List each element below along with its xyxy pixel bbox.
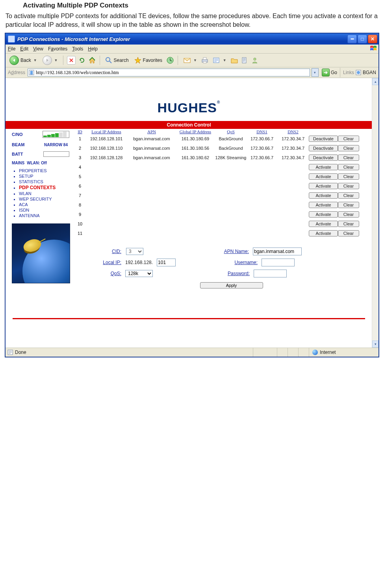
- bgan-link[interactable]: BGAN: [363, 70, 376, 75]
- deactivate-button[interactable]: Deactivate: [309, 145, 338, 151]
- stop-button[interactable]: [67, 56, 76, 65]
- url-dropdown-button[interactable]: ▾: [312, 68, 319, 77]
- favorites-button[interactable]: Favorites: [133, 56, 164, 65]
- svg-point-0: [106, 58, 110, 61]
- svg-rect-7: [242, 58, 246, 63]
- clear-button[interactable]: Clear: [338, 173, 359, 180]
- activate-button[interactable]: Activate: [309, 211, 338, 218]
- nav-link-aca[interactable]: ACA: [19, 202, 28, 207]
- menu-favorites[interactable]: Favorites: [48, 46, 67, 52]
- table-header-row: ID Local IP Address APN Global IP Addres…: [75, 129, 363, 134]
- menu-file[interactable]: File: [8, 46, 15, 52]
- vertical-scrollbar[interactable]: ▴ ▾: [372, 78, 378, 348]
- activate-button[interactable]: Activate: [309, 202, 338, 208]
- nav-item[interactable]: ANTENNA: [19, 213, 69, 218]
- minimize-button[interactable]: ━: [347, 35, 357, 43]
- edit-button[interactable]: ▼: [211, 56, 228, 64]
- activate-button[interactable]: Activate: [309, 173, 338, 180]
- activate-button[interactable]: Activate: [309, 192, 338, 199]
- deactivate-button[interactable]: Deactivate: [309, 154, 338, 161]
- print-button[interactable]: [201, 56, 209, 64]
- menu-view[interactable]: View: [33, 46, 43, 52]
- clear-button[interactable]: Clear: [338, 136, 359, 142]
- forward-button[interactable]: ▼: [41, 55, 59, 66]
- nav-link-setup[interactable]: SETUP: [19, 174, 33, 179]
- local-ip-input[interactable]: [157, 259, 176, 266]
- toolbar-separator: [100, 56, 100, 65]
- svg-point-11: [357, 71, 360, 74]
- clear-button[interactable]: Clear: [338, 145, 359, 151]
- nav-item[interactable]: STATISTICS: [19, 179, 69, 184]
- go-button[interactable]: ➔: [322, 69, 330, 76]
- messenger-button[interactable]: [251, 56, 259, 64]
- nav-item[interactable]: WLAN: [19, 191, 69, 196]
- activate-button[interactable]: Activate: [309, 221, 338, 227]
- addr-separator: [340, 68, 340, 77]
- menu-edit[interactable]: Edit: [20, 46, 28, 52]
- clear-button[interactable]: Clear: [338, 202, 359, 208]
- search-button[interactable]: Search: [104, 56, 130, 65]
- activate-button[interactable]: Activate: [309, 183, 338, 189]
- clear-button[interactable]: Clear: [338, 192, 359, 199]
- nav-link-wlan[interactable]: WLAN: [19, 191, 32, 196]
- scroll-up-icon[interactable]: ▴: [372, 78, 378, 85]
- nav-item[interactable]: PROPERTIES: [19, 168, 69, 173]
- qos-select[interactable]: 128k: [125, 270, 153, 277]
- security-zone[interactable]: Internet: [309, 348, 378, 357]
- doc-heading: Activating Multiple PDP Contexts: [23, 2, 384, 9]
- activate-button[interactable]: Activate: [309, 230, 338, 236]
- favorites-label: Favorites: [143, 58, 162, 63]
- clear-button[interactable]: Clear: [338, 183, 359, 189]
- nav-item[interactable]: PDP CONTEXTS: [19, 185, 69, 190]
- status-segment: [298, 348, 309, 357]
- apply-button[interactable]: Apply: [200, 282, 263, 288]
- nav-link-statistics[interactable]: STATISTICS: [19, 179, 43, 184]
- nav-link-wep-security[interactable]: WEP SECURITY: [19, 197, 52, 201]
- nav-item[interactable]: SETUP: [19, 174, 69, 179]
- nav-item[interactable]: ISDN: [19, 208, 69, 212]
- username-input[interactable]: [262, 259, 295, 266]
- table-row: 6ActivateClear: [75, 181, 363, 191]
- research-button[interactable]: [241, 56, 249, 64]
- back-button[interactable]: Back ▼: [8, 55, 39, 66]
- scroll-down-icon[interactable]: ▾: [372, 341, 378, 348]
- back-dropdown-icon[interactable]: ▼: [33, 58, 37, 62]
- forward-dropdown-icon[interactable]: ▼: [54, 58, 58, 62]
- clear-button[interactable]: Clear: [338, 221, 359, 227]
- nav-item[interactable]: WEP SECURITY: [19, 197, 69, 201]
- nav-link-isdn[interactable]: ISDN: [19, 208, 29, 212]
- mail-button[interactable]: ▼: [182, 56, 198, 65]
- col-dns1: DNS1: [247, 129, 277, 134]
- batt-label: BATT: [12, 152, 23, 156]
- nav-item[interactable]: ACA: [19, 202, 69, 207]
- history-button[interactable]: [166, 56, 174, 64]
- activate-button[interactable]: Activate: [309, 164, 338, 170]
- menu-help[interactable]: Help: [88, 46, 98, 52]
- window-titlebar[interactable]: PDP Connections - Microsoft Internet Exp…: [6, 33, 378, 45]
- clear-button[interactable]: Clear: [338, 154, 359, 161]
- cid-select[interactable]: 3: [126, 248, 143, 255]
- close-button[interactable]: ✕: [368, 35, 377, 43]
- nav-link-pdp-contexts[interactable]: PDP CONTEXTS: [19, 185, 56, 190]
- nav-link-antenna[interactable]: ANTENNA: [19, 213, 40, 218]
- cno-label: C/NO: [12, 132, 23, 137]
- clear-button[interactable]: Clear: [338, 164, 359, 170]
- windows-flag-icon: [370, 45, 377, 52]
- cell-global_ip: 161.30.180.62: [176, 155, 215, 160]
- home-button[interactable]: [88, 56, 96, 64]
- folder-button[interactable]: [230, 56, 238, 64]
- apn-name-input[interactable]: [253, 247, 302, 255]
- clear-button[interactable]: Clear: [338, 230, 359, 236]
- clear-button[interactable]: Clear: [338, 211, 359, 218]
- deactivate-button[interactable]: Deactivate: [309, 136, 338, 142]
- edit-dropdown-icon[interactable]: ▼: [223, 58, 226, 62]
- search-icon: [105, 57, 112, 64]
- mail-dropdown-icon[interactable]: ▼: [193, 58, 197, 62]
- nav-link-properties[interactable]: PROPERTIES: [19, 168, 47, 173]
- cell-dns1: 172.30.66.7: [247, 146, 277, 151]
- refresh-button[interactable]: [78, 56, 86, 64]
- maximize-button[interactable]: □: [358, 35, 367, 43]
- url-input[interactable]: [28, 69, 310, 76]
- menu-tools[interactable]: Tools: [72, 46, 83, 52]
- password-input[interactable]: [254, 270, 287, 277]
